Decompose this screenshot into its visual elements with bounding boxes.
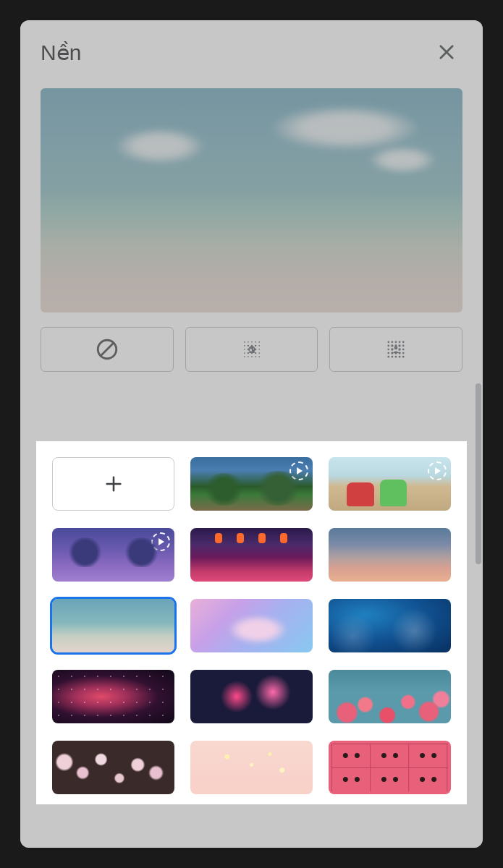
- effect-none-button[interactable]: [41, 327, 174, 372]
- svg-point-16: [255, 356, 256, 357]
- background-item-flowers[interactable]: [329, 670, 451, 723]
- close-button[interactable]: [431, 36, 462, 68]
- svg-point-13: [243, 356, 245, 357]
- background-item-arches[interactable]: [52, 528, 174, 582]
- close-icon: [436, 42, 457, 62]
- svg-point-44: [391, 344, 393, 346]
- background-preview: [41, 88, 462, 312]
- svg-point-27: [250, 346, 253, 349]
- svg-point-9: [243, 349, 245, 350]
- svg-point-20: [254, 345, 255, 346]
- svg-line-1: [101, 343, 114, 356]
- svg-point-49: [399, 352, 401, 354]
- svg-point-3: [248, 341, 249, 343]
- svg-point-33: [388, 345, 390, 347]
- blur-light-icon: [240, 337, 264, 362]
- background-item-pink[interactable]: [190, 741, 313, 794]
- background-item-water[interactable]: [329, 599, 451, 652]
- svg-point-2: [243, 341, 245, 343]
- plus-icon: [103, 474, 124, 494]
- background-item-clouds[interactable]: [190, 599, 313, 652]
- svg-point-18: [247, 345, 248, 346]
- background-item-fireworks[interactable]: [190, 670, 313, 723]
- svg-point-14: [248, 356, 249, 357]
- svg-point-42: [399, 356, 401, 358]
- svg-point-31: [399, 341, 401, 343]
- svg-point-10: [258, 349, 260, 350]
- background-add-button[interactable]: [52, 457, 174, 511]
- effect-options: [41, 327, 462, 372]
- effect-blur-strong-button[interactable]: [329, 327, 462, 372]
- svg-point-6: [258, 341, 260, 343]
- svg-point-37: [388, 352, 390, 354]
- svg-point-4: [251, 341, 253, 343]
- svg-point-38: [402, 352, 405, 354]
- svg-point-5: [255, 341, 256, 343]
- blur-strong-icon: [384, 337, 408, 362]
- background-item-sunset[interactable]: [329, 528, 451, 582]
- background-item-cassette[interactable]: [329, 741, 451, 794]
- svg-point-32: [402, 341, 405, 343]
- svg-point-23: [254, 352, 255, 354]
- svg-point-30: [395, 341, 397, 343]
- panel-header: Nền: [20, 20, 483, 75]
- background-item-nebula[interactable]: [52, 670, 174, 723]
- svg-point-50: [391, 348, 393, 350]
- svg-point-15: [251, 356, 253, 357]
- svg-point-52: [394, 346, 398, 349]
- svg-point-34: [402, 345, 405, 347]
- video-badge-icon: [151, 532, 170, 551]
- background-grid: [36, 441, 467, 804]
- background-item-classroom[interactable]: [329, 457, 451, 511]
- svg-point-47: [391, 352, 393, 354]
- scrollbar-thumb[interactable]: [475, 383, 481, 564]
- svg-point-46: [399, 344, 401, 346]
- panel-title: Nền: [41, 40, 81, 65]
- svg-point-40: [392, 356, 394, 358]
- svg-point-21: [247, 352, 248, 354]
- svg-point-28: [388, 341, 390, 343]
- svg-point-7: [243, 345, 245, 346]
- svg-point-11: [243, 352, 245, 354]
- svg-point-39: [388, 356, 390, 358]
- svg-point-35: [388, 349, 390, 351]
- background-panel: Nền: [20, 20, 483, 848]
- svg-point-51: [399, 348, 401, 350]
- effect-blur-light-button[interactable]: [185, 327, 318, 372]
- video-badge-icon: [428, 461, 447, 480]
- svg-point-12: [258, 352, 260, 354]
- background-item-beach[interactable]: [52, 599, 174, 652]
- none-icon: [95, 337, 119, 362]
- background-item-blossom[interactable]: [52, 741, 174, 794]
- background-item-lanterns[interactable]: [190, 528, 313, 582]
- svg-point-36: [402, 349, 405, 351]
- video-badge-icon: [289, 461, 308, 480]
- background-item-forest[interactable]: [190, 457, 313, 511]
- svg-point-41: [395, 356, 397, 358]
- svg-point-17: [258, 356, 260, 357]
- svg-point-43: [402, 356, 405, 358]
- svg-point-29: [392, 341, 394, 343]
- svg-point-8: [258, 345, 260, 346]
